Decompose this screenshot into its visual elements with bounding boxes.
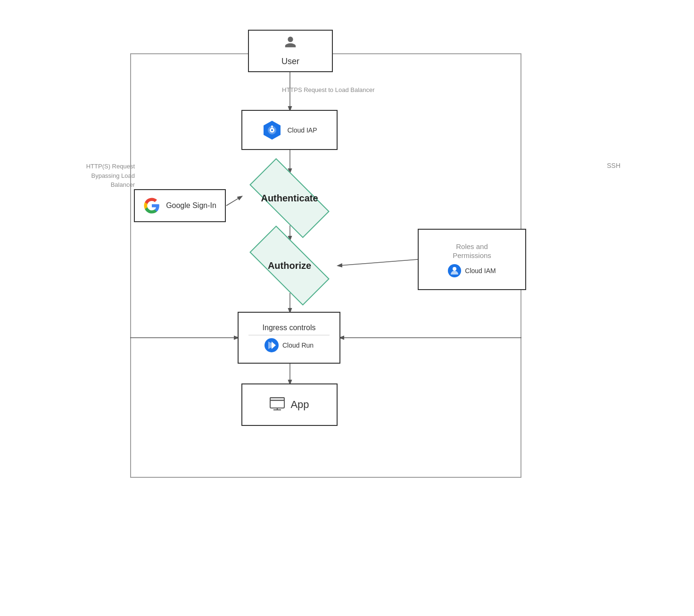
ingress-controls-title: Ingress controls <box>263 324 316 332</box>
google-signin-box: Google Sign-In <box>134 189 226 222</box>
ssh-label: SSH <box>607 162 620 169</box>
svg-point-12 <box>271 129 273 131</box>
authenticate-label: Authenticate <box>261 193 318 204</box>
svg-point-13 <box>271 125 273 127</box>
app-icon <box>270 397 285 412</box>
cloud-iap-icon <box>262 120 282 141</box>
cloud-iam-label: Cloud IAM <box>465 267 496 275</box>
ingress-controls-box: Ingress controls Cloud Run <box>238 312 340 364</box>
cloud-iam-icon <box>448 264 461 277</box>
authorize-label: Authorize <box>268 260 311 271</box>
svg-rect-19 <box>270 398 284 400</box>
authorize-diamond: Authorize <box>241 240 338 291</box>
cloud-iap-box: Cloud IAP <box>241 110 338 150</box>
https-request-label: HTTPS Request to Load Balancer <box>282 85 375 95</box>
cloud-run-icon <box>264 338 279 352</box>
roles-permissions-box: Roles andPermissions Cloud IAM <box>418 229 526 290</box>
cloud-run-label: Cloud Run <box>282 341 314 349</box>
app-label: App <box>290 399 309 411</box>
cloud-iap-label: Cloud IAP <box>287 126 317 134</box>
person-icon <box>284 35 297 52</box>
roles-permissions-title: Roles andPermissions <box>453 242 491 260</box>
user-box: User <box>248 30 333 72</box>
google-signin-label: Google Sign-In <box>166 201 216 210</box>
http-bypass-label: HTTP(S) Request Bypassing Load Balancer <box>83 162 135 190</box>
ingress-sub-row: Cloud Run <box>264 338 314 352</box>
ingress-divider <box>248 335 329 335</box>
google-g-icon <box>143 197 160 214</box>
user-label: User <box>281 57 299 67</box>
svg-point-23 <box>453 267 456 271</box>
authenticate-diamond: Authenticate <box>241 172 338 224</box>
roles-sub-row: Cloud IAM <box>448 264 496 277</box>
app-box: App <box>241 383 338 426</box>
